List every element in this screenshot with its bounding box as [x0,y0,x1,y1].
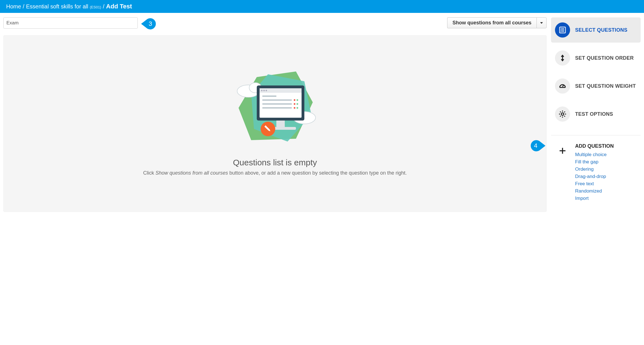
add-question-import[interactable]: Import [575,196,614,201]
svg-rect-22 [276,121,285,128]
annotation-callout-4: 4 [529,139,545,152]
svg-point-16 [294,99,295,101]
add-question-block: 4 ADD QUESTION Multiple choice Fill the … [551,141,641,203]
add-question-title: ADD QUESTION [575,143,614,149]
sidebar-divider [551,135,641,135]
breadcrumb-course-code: (ES01) [90,5,101,9]
list-check-icon [555,22,570,38]
sidebar-item-select-questions[interactable]: SELECT QUESTIONS [551,17,641,43]
add-question-free-text[interactable]: Free text [575,181,614,187]
add-question-randomized[interactable]: Randomized [575,188,614,194]
breadcrumb-course[interactable]: Essential soft skills for all [26,3,88,10]
chevron-down-icon [540,22,543,24]
arrows-vertical-icon [555,50,570,66]
breadcrumb: Home / Essential soft skills for all (ES… [0,0,644,13]
empty-state-description: Click Show questions from all courses bu… [143,170,407,176]
svg-line-40 [560,112,561,112]
svg-point-20 [294,107,295,109]
sidebar-item-test-options[interactable]: TEST OPTIONS [551,101,641,127]
right-sidebar: SELECT QUESTIONS SET QUESTION ORDER [551,17,641,203]
annotation-callout-3: 3 [141,17,158,30]
svg-line-43 [564,112,565,112]
sidebar-item-set-question-order[interactable]: SET QUESTION ORDER [551,45,641,71]
add-question-multiple-choice[interactable]: Multiple choice [575,152,614,158]
svg-point-35 [561,113,564,115]
svg-point-19 [297,103,298,105]
sidebar-item-label: SET QUESTION ORDER [575,55,634,61]
svg-point-10 [263,90,265,91]
annotation-number-3: 3 [149,20,152,27]
svg-line-41 [564,116,565,117]
sidebar-item-label: SELECT QUESTIONS [575,27,627,33]
empty-state-title: Questions list is empty [233,158,317,167]
svg-point-17 [297,99,298,101]
add-question-fill-the-gap[interactable]: Fill the gap [575,159,614,165]
sidebar-item-label: SET QUESTION WEIGHT [575,83,636,89]
svg-point-21 [297,107,298,109]
sidebar-item-set-question-weight[interactable]: SET QUESTION WEIGHT [551,73,641,99]
course-filter-dropdown[interactable]: Show questions from all courses [447,17,547,28]
breadcrumb-sep: / [103,3,104,10]
test-name-input[interactable] [3,17,138,29]
annotation-number-4: 4 [534,142,537,149]
course-filter-caret-button[interactable] [536,17,547,28]
add-question-drag-and-drop[interactable]: Drag-and-drop [575,174,614,179]
add-question-ordering[interactable]: Ordering [575,166,614,172]
svg-line-33 [563,85,564,87]
plus-icon [555,143,570,158]
svg-point-9 [261,90,263,91]
show-all-courses-button[interactable]: Show questions from all courses [447,17,536,28]
empty-state-illustration [232,66,318,150]
breadcrumb-home[interactable]: Home [6,3,21,10]
questions-empty-panel: Questions list is empty Click Show quest… [3,35,547,212]
gear-icon [555,106,570,122]
breadcrumb-current: Add Test [106,3,132,10]
svg-line-42 [560,116,561,117]
svg-point-18 [294,103,295,105]
svg-point-11 [266,90,267,91]
sidebar-item-label: TEST OPTIONS [575,111,613,117]
breadcrumb-sep: / [23,3,24,10]
gauge-icon [555,78,570,94]
